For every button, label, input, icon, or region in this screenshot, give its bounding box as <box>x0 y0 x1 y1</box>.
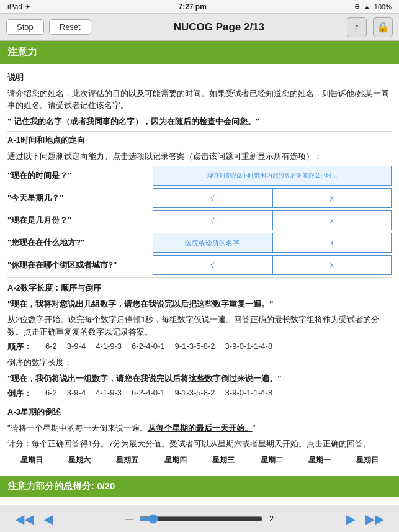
q3-cell-1[interactable]: √ <box>153 210 272 230</box>
divider-1 <box>7 131 392 132</box>
a3-quote-end: " <box>253 423 256 433</box>
toolbar: Stop Reset NUCOG Page 2/13 ↑ 🔒 <box>0 14 399 41</box>
question-3-cells: √ x <box>153 210 392 230</box>
day-4[interactable]: 星期三 <box>200 455 248 466</box>
forward-seq-2[interactable]: 3-9-4 <box>67 341 86 353</box>
question-2-cells: √ x <box>153 188 392 208</box>
q2-cell-2[interactable]: x <box>272 188 392 208</box>
reset-button[interactable]: Reset <box>49 19 91 35</box>
lock-symbol: 🔒 <box>377 21 389 33</box>
wifi-icon: ▲ <box>364 3 370 11</box>
lock-icon[interactable]: 🔒 <box>373 17 393 37</box>
stop-button[interactable]: Stop <box>6 19 44 35</box>
shuo-ming-label: 说明 <box>7 71 392 84</box>
forward-seq-5[interactable]: 9-1-3-5-8-2 <box>175 341 215 353</box>
question-5-cells: √ x <box>153 255 392 275</box>
nav-slider[interactable] <box>139 514 263 524</box>
a3-quote-text: "请将一个星期中的每一天倒来说一遍。 <box>7 423 148 433</box>
question-3-row: "现在是几月份？" √ x <box>7 210 392 230</box>
a2-quote: "现在，我将对您说出几组数字，请您在我说完以后把这些数字重复一遍。" <box>7 298 392 310</box>
reverse-seq-5[interactable]: 9-1-3-5-8-2 <box>175 388 215 399</box>
question-1-label: "现在的时间是？" <box>7 170 150 181</box>
question-2-label: "今天星期几？" <box>7 192 150 204</box>
days-row: 星期日 星期六 星期五 星期四 星期三 星期二 星期一 星期日 <box>7 455 392 466</box>
reverse-seq-6[interactable]: 3-9-0-1-1-4-8 <box>225 388 273 399</box>
q4-cell-2[interactable]: x <box>272 233 392 253</box>
nav-page-number: 2 <box>269 514 274 523</box>
nav-next-button[interactable]: ▶ <box>341 509 361 529</box>
nav-last-button[interactable]: ▶▶ <box>361 509 389 529</box>
day-1[interactable]: 星期六 <box>55 455 103 466</box>
score-text: 注意力部分的总得分: 0/20 <box>7 480 115 491</box>
forward-sequences-row: 顺序： 6-2 3-9-4 4-1-9-3 6-2-4-0-1 9-1-3-5-… <box>7 341 392 353</box>
a1-header: A-1时间和地点的定向 <box>7 134 392 147</box>
a2-instruction: 从2位数字开始。说完每个数字后停顿1秒，每组数字仅说一遍。回答正确的最长数字组将… <box>7 313 392 338</box>
question-1-cells: 现在时刻的2小时范围内超过现在时刻的2小时... <box>153 166 392 186</box>
ipad-label: iPad ✈ <box>7 2 30 11</box>
divider-2 <box>7 277 392 278</box>
status-right: ⊕ ▲ 100% <box>354 2 392 11</box>
nav-slider-left-dash: — <box>125 515 133 523</box>
toolbar-title: NUCOG Page 2/13 <box>174 21 264 34</box>
share-symbol: ↑ <box>354 22 359 33</box>
question-4-cells: 医院或诊所的名字 x <box>153 233 392 253</box>
a3-quote: "请将一个星期中的每一天倒来说一遍。从每个星期的最后一天开始。" <box>7 422 392 435</box>
toolbar-left: Stop Reset <box>6 19 91 35</box>
reverse-seq-2[interactable]: 3-9-4 <box>67 388 86 399</box>
question-3-label: "现在是几月份？" <box>7 215 150 226</box>
forward-seq-4[interactable]: 6-2-4-0-1 <box>132 341 164 353</box>
content-body: 说明 请介绍您的姓名，此次评估的目的以及可能需要的时间。如果受试者已经知道您的姓… <box>0 64 399 476</box>
q5-cell-1[interactable]: √ <box>153 255 272 275</box>
forward-label: 顺序： <box>7 341 32 353</box>
q2-cell-1[interactable]: √ <box>153 188 272 208</box>
a2-quote-2: "现在，我仍将说出一组数字，请您在我说完以后将这些数字倒过来说一遍。" <box>7 372 392 385</box>
q3-cell-2[interactable]: x <box>272 210 392 230</box>
score-bar: 注意力部分的总得分: 0/20 <box>0 476 399 497</box>
a3-quote-bold: 从每个星期的最后一天开始。 <box>148 423 253 433</box>
reverse-intro-label: 倒序的数字长度： <box>7 356 392 369</box>
question-4-label: "您现在在什么地方?" <box>7 237 150 248</box>
reverse-sequences-row: 倒序： 6-2 3-9-4 4-1-9-3 6-2-4-0-1 9-1-3-5-… <box>7 388 392 399</box>
main-content: 注意力 说明 请介绍您的姓名，此次评估的目的以及可能需要的时间。如果受试者已经知… <box>0 41 399 505</box>
status-time: 7:27 pm <box>178 2 206 11</box>
day-2[interactable]: 星期五 <box>104 455 151 466</box>
forward-seq-1[interactable]: 6-2 <box>45 341 57 353</box>
day-7[interactable]: 星期日 <box>344 455 392 466</box>
bluetooth-icon: ⊕ <box>354 2 360 11</box>
reverse-seq-3[interactable]: 4-1-9-3 <box>96 388 122 399</box>
reverse-seq-4[interactable]: 6-2-4-0-1 <box>132 388 164 399</box>
day-5[interactable]: 星期二 <box>248 455 295 466</box>
forward-seq-6[interactable]: 3-9-0-1-1-4-8 <box>225 341 273 353</box>
day-3[interactable]: 星期四 <box>151 455 199 466</box>
nav-bar: ◀◀ ◀ — 2 ▶ ▶▶ <box>0 505 399 532</box>
nav-first-button[interactable]: ◀◀ <box>10 509 38 529</box>
day-0[interactable]: 星期日 <box>7 455 55 466</box>
q1-cell-1[interactable]: 现在时刻的2小时范围内超过现在时刻的2小时... <box>153 166 392 186</box>
q4-cell-1[interactable]: 医院或诊所的名字 <box>153 233 272 253</box>
reverse-label: 倒序： <box>7 388 32 399</box>
section-header-attention: 注意力 <box>0 41 399 64</box>
day-6[interactable]: 星期一 <box>295 455 343 466</box>
section-title: 注意力 <box>7 47 37 57</box>
a3-header: A-3星期的倒述 <box>7 406 392 418</box>
instruction-2: " 记住我的名字（或者我同事的名字），因为在随后的检查中会问您。" <box>7 115 392 128</box>
forward-seq-3[interactable]: 4-1-9-3 <box>96 341 122 353</box>
status-bar: iPad ✈ 7:27 pm ⊕ ▲ 100% <box>0 0 399 14</box>
reverse-seq-1[interactable]: 6-2 <box>45 388 57 399</box>
question-5-label: "你现在在哪个街区或者城市?" <box>7 259 150 271</box>
question-1-row: "现在的时间是？" 现在时刻的2小时范围内超过现在时刻的2小时... <box>7 166 392 186</box>
question-4-row: "您现在在什么地方?" 医院或诊所的名字 x <box>7 233 392 253</box>
q5-cell-2[interactable]: x <box>272 255 392 275</box>
question-5-row: "你现在在哪个街区或者城市?" √ x <box>7 255 392 275</box>
nav-prev-button[interactable]: ◀ <box>38 509 58 529</box>
instruction-1: 请介绍您的姓名，此次评估的目的以及可能需要的时间。如果受试者已经知道您的姓名，则… <box>7 88 392 112</box>
question-2-row: "今天星期几？" √ x <box>7 188 392 208</box>
a1-instruction: 通过以下问题测试定向能力。点击选项以记录答案（点击该问题可重新显示所有选项）： <box>7 150 392 163</box>
nav-slider-area: — 2 <box>58 514 341 524</box>
status-left: iPad ✈ <box>7 2 30 11</box>
divider-3 <box>7 402 392 402</box>
share-icon[interactable]: ↑ <box>347 17 367 37</box>
toolbar-right: ↑ 🔒 <box>347 17 393 37</box>
a3-scoring: 计分：每个正确回答得1分。7分为最大分值。受试者可以从星期六或者星期天开始。点击… <box>7 438 392 450</box>
a2-header: A-2数字长度：顺序与倒序 <box>7 282 392 294</box>
